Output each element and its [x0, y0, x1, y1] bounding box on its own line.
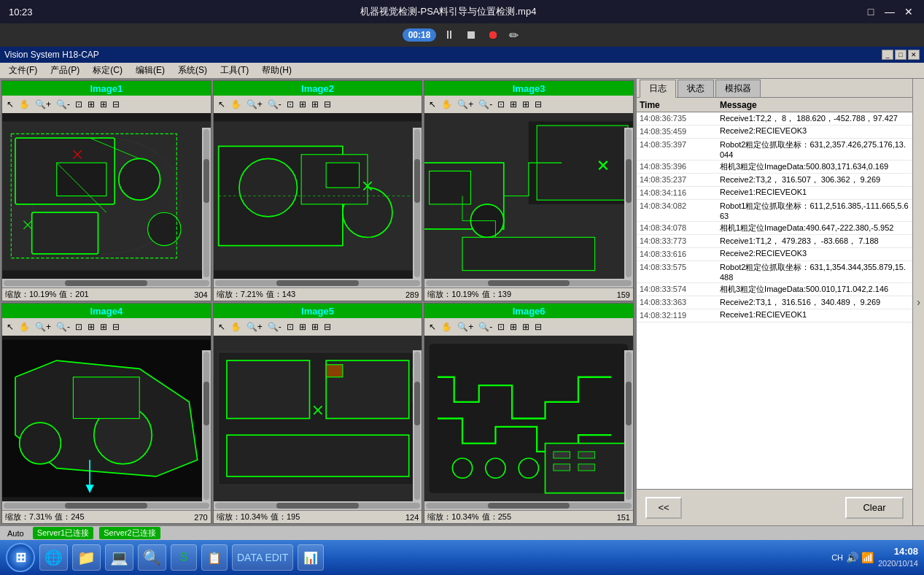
- app-maximize-btn[interactable]: □: [895, 50, 906, 60]
- cam1-vscroll[interactable]: [202, 128, 211, 279]
- cam4-hscroll[interactable]: [2, 501, 211, 510]
- cam3-select-tool[interactable]: ↖: [427, 99, 438, 110]
- close-btn[interactable]: ✕: [902, 5, 915, 18]
- cam3-grid2[interactable]: ⊟: [533, 99, 543, 110]
- taskbar-sougou[interactable]: S: [171, 544, 197, 571]
- tab-log[interactable]: 日志: [640, 80, 676, 98]
- taskbar-search[interactable]: 🔍: [138, 544, 166, 571]
- cam2-zoom-in[interactable]: 🔍+: [245, 99, 264, 110]
- cam6-zoom-out[interactable]: 🔍-: [477, 321, 494, 333]
- log-row: 14:08:33:574相机3粗定位ImageData:500.010,171.…: [637, 283, 912, 296]
- cam4-zoom-out[interactable]: 🔍-: [55, 321, 71, 333]
- start-button[interactable]: ⊞: [6, 543, 35, 572]
- taskbar-app1[interactable]: 📋: [201, 544, 228, 571]
- cam1-zoom-in[interactable]: 🔍+: [34, 99, 53, 110]
- cam4-zoom-in[interactable]: 🔍+: [34, 321, 53, 333]
- cam1-zoom-100[interactable]: ⊞: [86, 99, 96, 110]
- cam1-grid1[interactable]: ⊞: [98, 99, 109, 110]
- cam3-pan-tool[interactable]: ✋: [440, 99, 454, 110]
- menu-help[interactable]: 帮助(H): [256, 63, 298, 78]
- cam6-zoom-in[interactable]: 🔍+: [456, 321, 475, 333]
- cam1-fit[interactable]: ⊡: [74, 99, 84, 110]
- cam2-fit[interactable]: ⊡: [285, 99, 295, 110]
- cam5-grid1[interactable]: ⊞: [310, 321, 320, 333]
- cam4-fit[interactable]: ⊡: [74, 321, 84, 333]
- cam4-grid1[interactable]: ⊞: [98, 321, 109, 333]
- menu-system[interactable]: 系统(S): [172, 63, 213, 78]
- pause-btn[interactable]: ⏸: [440, 27, 458, 43]
- cam6-select-tool[interactable]: ↖: [427, 321, 438, 333]
- cam2-grid2[interactable]: ⊟: [322, 99, 333, 110]
- cam1-grid2[interactable]: ⊟: [111, 99, 121, 110]
- cam3-grid1[interactable]: ⊞: [521, 99, 531, 110]
- cam2-pan-tool[interactable]: ✋: [229, 99, 243, 110]
- app-close-btn[interactable]: ✕: [908, 50, 920, 60]
- expand-handle[interactable]: ›: [912, 79, 924, 525]
- stop-btn[interactable]: ⏹: [462, 27, 480, 43]
- cam3-zoom-100[interactable]: ⊞: [508, 99, 519, 110]
- cam3-hscroll[interactable]: [424, 279, 633, 288]
- cam5-grid2[interactable]: ⊟: [322, 321, 333, 333]
- log-prev-button[interactable]: <<: [645, 497, 682, 519]
- cam5-fit[interactable]: ⊡: [285, 321, 295, 333]
- cam2-grid1[interactable]: ⊞: [310, 99, 320, 110]
- tab-status[interactable]: 状态: [678, 80, 714, 97]
- cam4-vscroll[interactable]: [202, 350, 211, 501]
- log-body[interactable]: 14:08:36:735Receive1:T2,2， 8， 188.620，-4…: [637, 112, 912, 489]
- cam1-select-tool[interactable]: ↖: [5, 99, 15, 110]
- cam6-zoom-100[interactable]: ⊞: [508, 321, 519, 333]
- cam5-pan-tool[interactable]: ✋: [229, 321, 243, 333]
- status-bar: Auto Server1已连接 Server2已连接: [0, 525, 924, 540]
- menu-tools[interactable]: 工具(T): [214, 63, 255, 78]
- menu-calibrate[interactable]: 标定(C): [87, 63, 128, 78]
- pen-btn[interactable]: ✏: [506, 27, 521, 44]
- cam1-zoom-out[interactable]: 🔍-: [55, 99, 71, 110]
- cam5-hscroll[interactable]: [214, 501, 422, 510]
- menu-edit[interactable]: 编辑(E): [130, 63, 171, 78]
- taskbar-computer[interactable]: 💻: [105, 544, 133, 571]
- taskbar-dataedit[interactable]: DATA EDIT: [232, 544, 293, 571]
- cam4-grid2[interactable]: ⊟: [111, 321, 121, 333]
- record-btn[interactable]: ⏺: [484, 27, 502, 43]
- log-row: 14:08:35:396相机3粗定位ImageData:500.803,171.…: [637, 161, 912, 174]
- cam1-hscroll[interactable]: [2, 279, 211, 288]
- cam5-zoom-100[interactable]: ⊞: [298, 321, 308, 333]
- cam2-pos: 289: [405, 290, 419, 299]
- app-minimize-btn[interactable]: _: [882, 50, 893, 60]
- taskbar-app2[interactable]: 📊: [298, 544, 324, 571]
- tab-simulator[interactable]: 模拟器: [715, 80, 761, 97]
- cam6-grid1[interactable]: ⊞: [521, 321, 531, 333]
- cam2-zoom-out[interactable]: 🔍-: [266, 99, 283, 110]
- cam6-fit[interactable]: ⊡: [496, 321, 506, 333]
- cam6-pan-tool[interactable]: ✋: [440, 321, 454, 333]
- cam3-zoom-in[interactable]: 🔍+: [456, 99, 475, 110]
- cam2-zoom-display: 缩放：7.21%: [217, 289, 263, 300]
- cam6-vscroll[interactable]: [624, 350, 633, 501]
- cam2-hscroll[interactable]: [214, 279, 422, 288]
- cam2-zoom-100[interactable]: ⊞: [298, 99, 308, 110]
- cam2-vscroll[interactable]: [413, 128, 422, 279]
- cam2-select-tool[interactable]: ↖: [217, 99, 227, 110]
- svg-rect-56: [578, 452, 595, 458]
- cam6-grid2[interactable]: ⊟: [533, 321, 543, 333]
- cam5-select-tool[interactable]: ↖: [217, 321, 227, 333]
- taskbar-explorer[interactable]: 📁: [72, 544, 101, 571]
- cam3-zoom-out[interactable]: 🔍-: [477, 99, 494, 110]
- cam4-zoom-100[interactable]: ⊞: [86, 321, 96, 333]
- cam5-zoom-out[interactable]: 🔍-: [266, 321, 283, 333]
- cam5-zoom-in[interactable]: 🔍+: [245, 321, 264, 333]
- log-clear-button[interactable]: Clear: [845, 497, 904, 519]
- cam3-vscroll[interactable]: [624, 128, 633, 279]
- taskbar-ie[interactable]: 🌐: [39, 544, 68, 571]
- maximize-btn[interactable]: □: [864, 5, 877, 18]
- log-row-time: 14:08:33:574: [640, 284, 720, 293]
- minimize-btn[interactable]: —: [883, 5, 896, 18]
- cam4-select-tool[interactable]: ↖: [5, 321, 15, 333]
- cam1-pan-tool[interactable]: ✋: [18, 99, 31, 110]
- cam5-vscroll[interactable]: [413, 350, 422, 501]
- cam3-fit[interactable]: ⊡: [496, 99, 506, 110]
- menu-file[interactable]: 文件(F): [3, 63, 43, 78]
- cam6-hscroll[interactable]: [424, 501, 633, 510]
- menu-product[interactable]: 产品(P): [44, 63, 85, 78]
- cam4-pan-tool[interactable]: ✋: [18, 321, 31, 333]
